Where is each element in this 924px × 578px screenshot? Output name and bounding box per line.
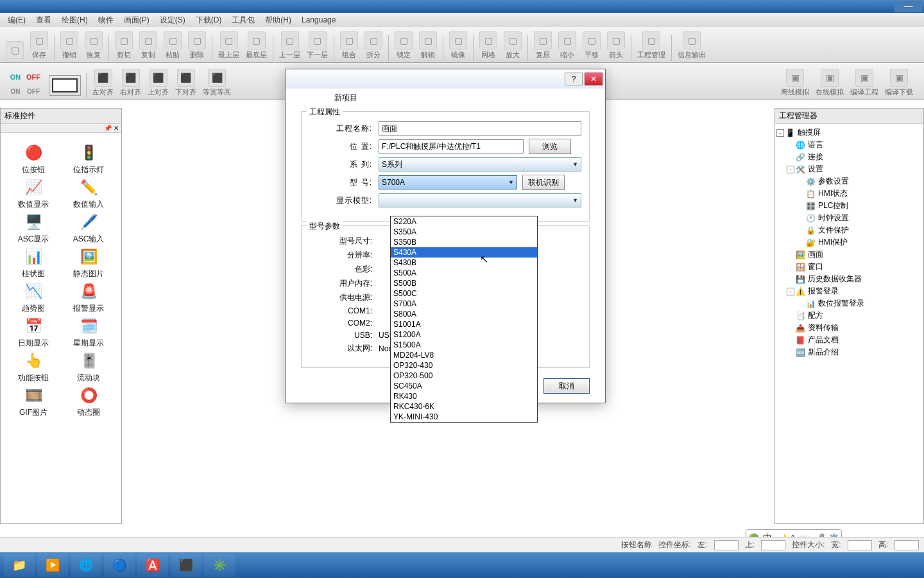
dropdown-option[interactable]: S350A — [391, 227, 537, 237]
toolbar-button[interactable]: ▢撤销 — [58, 30, 81, 61]
align-button[interactable]: ⬛左对齐 — [90, 67, 116, 98]
toolbar-button[interactable]: ▢箭头 — [604, 30, 628, 61]
off-toggle[interactable]: OFF — [24, 70, 42, 84]
toolbar-button[interactable]: ▢保存 — [28, 30, 51, 61]
tree-node[interactable]: 🔗连接 — [776, 151, 922, 163]
tree-node[interactable]: 🆕新品介绍 — [776, 346, 922, 358]
top-input[interactable] — [761, 540, 785, 550]
widget-item[interactable]: 🖼️静态图片 — [62, 247, 115, 279]
menu-item[interactable]: 画面(P) — [119, 15, 155, 26]
tree-node[interactable]: 🖼️画面 — [776, 249, 922, 261]
toolbar-button[interactable]: ▢解锁 — [416, 30, 440, 61]
dropdown-option[interactable]: RKC430-6K — [391, 401, 537, 412]
height-input[interactable] — [894, 540, 919, 550]
color-swatch[interactable] — [52, 78, 78, 92]
close-button[interactable]: ✕ — [585, 73, 603, 85]
minimize-button[interactable]: — — [894, 1, 923, 12]
align-button[interactable]: ⬛下对齐 — [173, 67, 199, 98]
widget-item[interactable]: 🖊️ASC输入 — [62, 213, 115, 245]
project-name-input[interactable] — [379, 121, 581, 136]
menu-item[interactable]: 查看 — [31, 15, 56, 26]
help-button[interactable]: ? — [565, 73, 583, 85]
widget-item[interactable]: ⭕动态圈 — [62, 386, 115, 418]
tree-node[interactable]: 📑配方 — [776, 310, 922, 322]
panel-controls[interactable]: 📌 ✕ — [1, 124, 121, 133]
tree-node[interactable]: 🔒文件保护 — [776, 224, 922, 236]
sim-button[interactable]: ▣编译工程 — [848, 67, 881, 98]
toolbar-button[interactable]: ▢ — [3, 40, 26, 61]
toolbar-button[interactable]: ▢复制 — [137, 30, 160, 61]
dropdown-option[interactable]: S700A — [391, 299, 537, 309]
toolbar-button[interactable]: ▢上一层 — [277, 30, 303, 61]
widget-item[interactable]: 📈数值显示 — [7, 178, 60, 210]
dropdown-option[interactable]: S350B — [391, 237, 537, 247]
dropdown-option[interactable]: RK430 — [391, 391, 537, 401]
cancel-button[interactable]: 取消 — [543, 378, 590, 394]
align-button[interactable]: ⬛等宽等高 — [200, 67, 234, 98]
widget-item[interactable]: 🚨报警显示 — [62, 282, 115, 314]
widget-item[interactable]: 📉趋势图 — [7, 282, 60, 314]
toolbar-button[interactable]: ▢缩小 — [556, 30, 579, 61]
toolbar-button[interactable]: ▢粘贴 — [161, 30, 184, 61]
toolbar-button[interactable]: ▢信息输出 — [675, 30, 708, 61]
tree-node[interactable]: 📕产品文档 — [776, 334, 922, 346]
widget-item[interactable]: ✏️数值输入 — [62, 178, 115, 210]
menu-item[interactable]: 帮助(H) — [260, 15, 296, 26]
dropdown-option[interactable]: S1500A — [391, 340, 537, 350]
dropdown-option[interactable]: S220A — [391, 216, 537, 227]
toolbar-button[interactable]: ▢恢复 — [82, 30, 105, 61]
tree-node[interactable]: 📋HMI状态 — [776, 188, 922, 200]
model-dropdown-list[interactable]: S220AS350AS350BS430AS430BS500AS500BS500C… — [390, 216, 538, 423]
tree-node[interactable]: ⚙️参数设置 — [776, 175, 922, 188]
dropdown-option[interactable]: MD204-LV8 — [391, 350, 537, 360]
model-select[interactable]: S700A ▼ — [379, 175, 517, 189]
tree-node[interactable]: -🛠️设置 — [776, 163, 922, 175]
align-button[interactable]: ⬛右对齐 — [117, 67, 144, 98]
toolbar-button[interactable]: ▢剪切 — [112, 30, 135, 61]
menu-item[interactable]: 物件 — [93, 15, 119, 26]
widget-item[interactable]: 👆功能按钮 — [7, 351, 60, 383]
toolbar-button[interactable]: ▢平移 — [580, 30, 603, 61]
toolbar-button[interactable]: ▢网格 — [477, 30, 500, 61]
tree-node[interactable]: 📊数位报警登录 — [776, 297, 922, 310]
toolbar-button[interactable]: ▢复原 — [531, 30, 554, 61]
toolbar-button[interactable]: ▢工程管理 — [635, 30, 668, 61]
widget-item[interactable]: 🖥️ASC显示 — [7, 213, 60, 245]
series-select[interactable]: S系列 ▼ — [379, 157, 581, 171]
widget-item[interactable]: 📊柱状图 — [7, 247, 60, 279]
dropdown-option[interactable]: S430B — [391, 258, 537, 268]
taskbar-app2[interactable]: 🅰️ — [137, 554, 168, 577]
tree-node[interactable]: 🪟窗口 — [776, 261, 922, 273]
taskbar-media[interactable]: ▶️ — [37, 554, 68, 577]
dropdown-option[interactable]: SC450A — [391, 381, 537, 391]
menu-item[interactable]: 編(E) — [3, 15, 31, 26]
tree-node[interactable]: 🎛️PLC控制 — [776, 200, 922, 212]
taskbar-chrome[interactable]: 🌐 — [71, 554, 101, 577]
toolbar-button[interactable]: ▢放大 — [501, 30, 524, 61]
sim-button[interactable]: ▣在线模拟 — [813, 67, 846, 98]
dropdown-option[interactable]: OP320-430 — [391, 360, 537, 371]
tree-node[interactable]: 💾历史数据收集器 — [776, 273, 922, 285]
taskbar-app1[interactable]: 🔵 — [104, 554, 135, 577]
dropdown-option[interactable]: S1001A — [391, 319, 537, 329]
menu-item[interactable]: Language — [296, 15, 341, 24]
toolbar-button[interactable]: ▢删除 — [185, 30, 209, 61]
left-input[interactable] — [714, 540, 739, 550]
toolbar-button[interactable]: ▢组合 — [338, 30, 361, 61]
widget-item[interactable]: 🗓️星期显示 — [62, 317, 115, 349]
dropdown-option[interactable]: S1200A — [391, 329, 537, 340]
widget-item[interactable]: 🚦位指示灯 — [62, 143, 115, 175]
tree-node[interactable]: 🕐时钟设置 — [776, 212, 922, 224]
toolbar-button[interactable]: ▢拆分 — [362, 30, 385, 61]
on-toggle[interactable]: ON — [6, 70, 24, 84]
dropdown-option[interactable]: OP320-500 — [391, 371, 537, 381]
tree-node[interactable]: 🌐语言 — [776, 139, 922, 151]
dropdown-option[interactable]: YK-MINI-430 — [391, 412, 537, 422]
identify-button[interactable]: 联机识别 — [522, 175, 565, 190]
taskbar-explorer[interactable]: 📁 — [4, 554, 35, 577]
menu-item[interactable]: 绘图(H) — [56, 15, 93, 26]
tree-node[interactable]: -📱触摸屏 — [776, 127, 922, 139]
menu-item[interactable]: 设定(S) — [155, 15, 191, 26]
toolbar-button[interactable]: ▢镜像 — [447, 30, 470, 61]
tree-node[interactable]: 📤资料传输 — [776, 322, 922, 334]
